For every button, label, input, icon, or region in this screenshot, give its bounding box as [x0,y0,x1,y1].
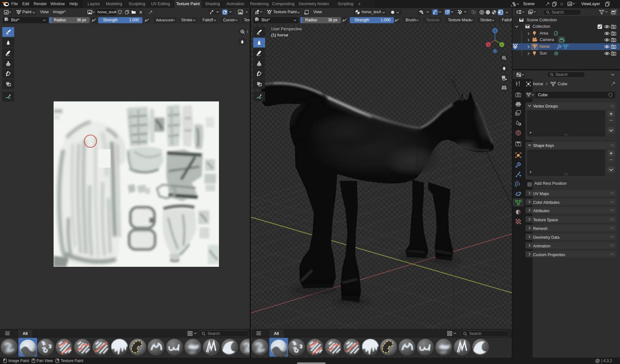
svg-text:X: X [487,43,489,47]
svg-text:Y: Y [501,43,503,47]
svg-text:Z: Z [494,29,496,33]
